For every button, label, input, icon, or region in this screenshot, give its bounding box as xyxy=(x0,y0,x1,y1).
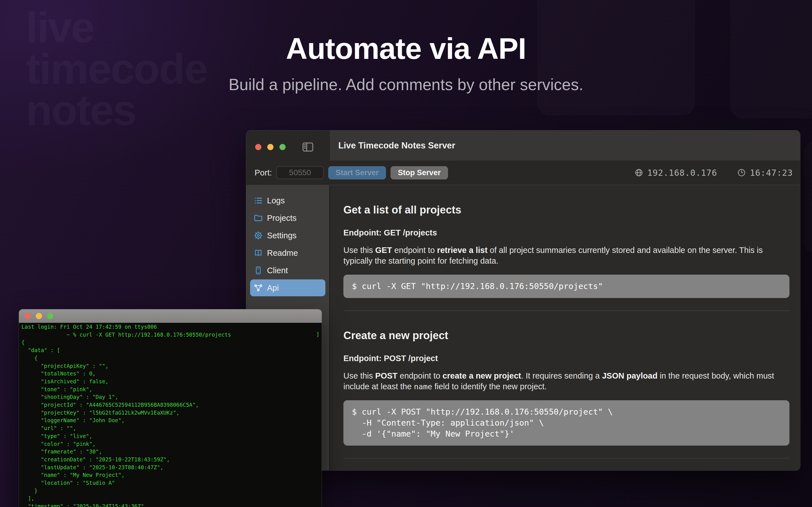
port-label: Port: xyxy=(255,168,272,177)
traffic-lights xyxy=(24,313,53,319)
minimize-button[interactable] xyxy=(267,144,273,150)
server-time: 16:47:23 xyxy=(750,168,793,178)
sidebar-item-label: Settings xyxy=(267,231,297,240)
ip-address: 192.168.0.176 xyxy=(647,168,717,178)
list-icon xyxy=(253,196,263,205)
watermark-line: notes xyxy=(26,90,207,131)
window-title: Live Timecode Notes Server xyxy=(338,140,455,151)
section-divider xyxy=(343,311,790,311)
sidebar-item-label: Api xyxy=(267,283,279,293)
sidebar-item-client[interactable]: Client xyxy=(250,262,325,279)
sidebar-item-logs[interactable]: Logs xyxy=(250,192,325,209)
server-app-window: Live Timecode Notes Server Port: xyxy=(246,130,800,470)
close-button[interactable] xyxy=(24,313,31,319)
book-icon xyxy=(253,248,263,258)
globe-icon xyxy=(635,168,644,177)
api-icon xyxy=(253,283,263,293)
endpoint-label: Endpoint: POST /project xyxy=(343,353,790,363)
terminal-titlebar xyxy=(19,309,322,323)
hero-section: Automate via API Build a pipeline. Add c… xyxy=(0,0,812,94)
port-input[interactable] xyxy=(276,166,324,179)
terminal-text: Last login: Fri Oct 24 17:42:59 on ttys0… xyxy=(19,323,322,507)
server-toolbar: Port: Start Server Stop Server 192.168.0… xyxy=(246,161,800,185)
endpoint-label: Endpoint: GET /projects xyxy=(343,228,790,238)
window-body: LogsProjectsSettingsReadmeClientApi Get … xyxy=(246,185,800,470)
section-divider xyxy=(343,458,790,459)
server-status: 192.168.0.176 16:47:23 xyxy=(635,168,793,178)
terminal-output: Last login: Fri Oct 24 17:42:59 on ttys0… xyxy=(19,323,322,507)
code-block-post: $ curl -X POST "http://192.168.0.176:505… xyxy=(343,400,790,446)
section-heading: Create a new project xyxy=(343,329,790,342)
traffic-lights xyxy=(255,144,286,150)
clock-icon xyxy=(737,168,746,177)
zoom-button[interactable] xyxy=(280,144,286,150)
section-description: Use this POST endpoint to create a new p… xyxy=(343,371,790,392)
sidebar-item-label: Client xyxy=(267,266,288,275)
zoom-button[interactable] xyxy=(47,313,53,319)
titlebar: Live Timecode Notes Server xyxy=(330,130,800,161)
stop-server-button[interactable]: Stop Server xyxy=(391,166,448,179)
folder-icon xyxy=(253,213,263,223)
terminal-right-prompt: ] xyxy=(316,331,319,337)
section-description: Use this GET endpoint to retrieve a list… xyxy=(343,245,790,266)
page-subtitle: Build a pipeline. Add comments by other … xyxy=(0,75,812,94)
sidebar-toggle-icon[interactable] xyxy=(301,140,314,154)
sidebar-item-readme[interactable]: Readme xyxy=(250,244,325,262)
device-icon xyxy=(253,266,263,275)
sidebar-item-label: Logs xyxy=(267,196,285,205)
terminal-window: Last login: Fri Oct 24 17:42:59 on ttys0… xyxy=(19,309,322,507)
page-title: Automate via API xyxy=(0,32,812,65)
sidebar-item-settings[interactable]: Settings xyxy=(250,227,325,244)
code-block-get: $ curl -X GET "http://192.168.0.176:5055… xyxy=(343,275,790,298)
minimize-button[interactable] xyxy=(36,313,42,319)
section-heading: Get a list of all projects xyxy=(343,203,790,216)
curl-post-command: $ curl -X POST "http://192.168.0.176:505… xyxy=(352,406,781,439)
close-button[interactable] xyxy=(255,144,261,150)
gear-icon xyxy=(253,231,263,240)
sidebar-item-api[interactable]: Api xyxy=(250,279,325,296)
window-chrome: Live Timecode Notes Server Port: xyxy=(246,130,800,185)
marketing-screenshot: live timecode notes Automate via API Bui… xyxy=(0,0,812,507)
start-server-button[interactable]: Start Server xyxy=(328,166,386,179)
sidebar-item-projects[interactable]: Projects xyxy=(250,210,325,226)
sidebar-item-label: Projects xyxy=(267,214,297,223)
curl-get-command: $ curl -X GET "http://192.168.0.176:5055… xyxy=(352,281,781,292)
background-tile xyxy=(804,141,812,253)
sidebar-item-label: Readme xyxy=(267,248,298,258)
api-doc-content: Get a list of all projects Endpoint: GET… xyxy=(330,185,800,470)
